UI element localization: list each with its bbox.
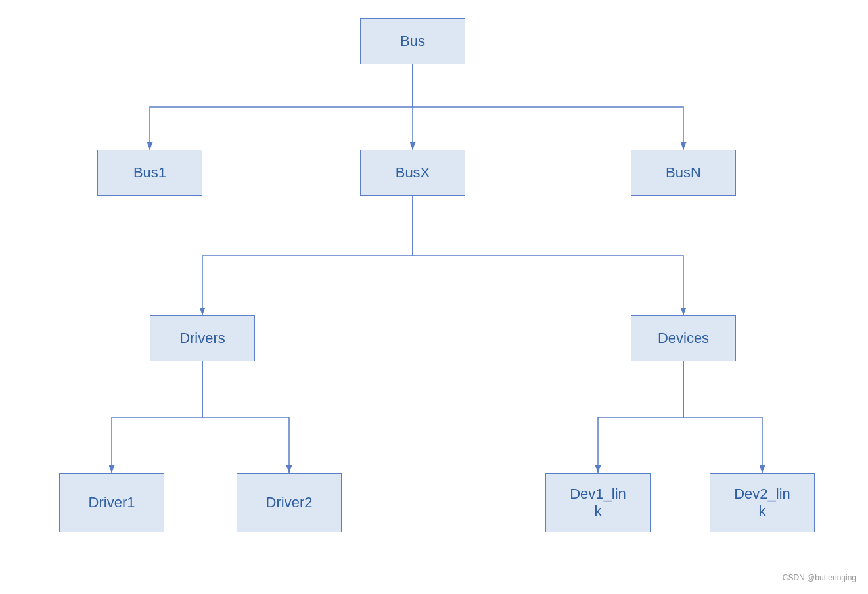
- node-bus: Bus: [360, 18, 465, 64]
- node-busx: BusX: [360, 150, 465, 196]
- node-busn: BusN: [631, 150, 736, 196]
- diagram-container: BusBus1BusXBusNDriversDevicesDriver1Driv…: [0, 0, 868, 594]
- node-drivers: Drivers: [150, 315, 255, 361]
- node-devices: Devices: [631, 315, 736, 361]
- node-dev1link: Dev1_lin k: [545, 473, 651, 532]
- node-bus1: Bus1: [97, 150, 202, 196]
- node-dev2link: Dev2_lin k: [710, 473, 815, 532]
- node-driver1: Driver1: [59, 473, 164, 532]
- node-driver2: Driver2: [237, 473, 342, 532]
- watermark: CSDN @butteringing: [783, 573, 856, 582]
